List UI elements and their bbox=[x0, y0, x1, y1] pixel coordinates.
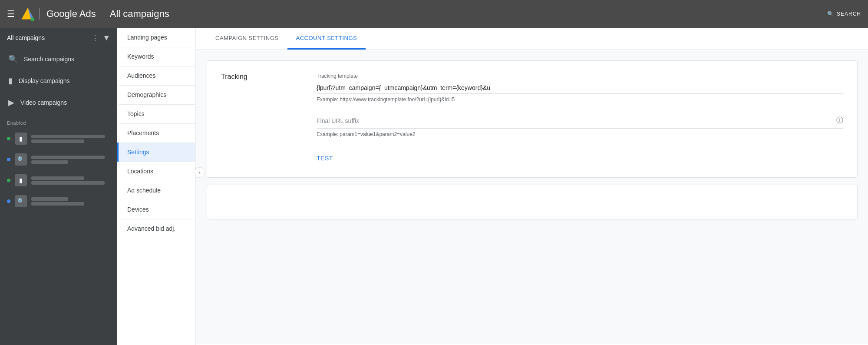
subnav-item-demographics[interactable]: Demographics bbox=[117, 85, 195, 104]
subnav-label-locations: Locations bbox=[127, 168, 153, 175]
dropdown-icon[interactable]: ▼ bbox=[102, 33, 110, 43]
campaign-text-1 bbox=[31, 135, 113, 143]
tracking-fields-col: Tracking template {lpurl}?utm_campaign={… bbox=[317, 73, 843, 165]
video-campaigns-icon: ▶ bbox=[8, 98, 14, 107]
sidebar-section-label: Enabled bbox=[0, 113, 117, 128]
status-dot-3 bbox=[7, 179, 10, 182]
sidebar-item-video-label: Video campaigns bbox=[20, 99, 67, 106]
hamburger-icon[interactable]: ☰ bbox=[7, 9, 15, 19]
tab-campaign-settings-label: CAMPAIGN SETTINGS bbox=[215, 35, 279, 41]
help-icon[interactable]: ⓘ bbox=[836, 116, 843, 125]
tab-account-settings[interactable]: ACCOUNT SETTINGS bbox=[287, 28, 366, 50]
final-url-example: Example: param1=value1&param2=value2 bbox=[317, 131, 843, 137]
logo-container: Google Ads bbox=[20, 6, 96, 22]
subnav-label-advanced-bid: Advanced bid adj. bbox=[127, 225, 175, 232]
top-header: ☰ Google Ads All campaigns 🔍 SEARCH bbox=[0, 0, 868, 28]
subnav-label-demographics: Demographics bbox=[127, 91, 166, 98]
main-content: CAMPAIGN SETTINGS ACCOUNT SETTINGS Track… bbox=[196, 28, 868, 345]
sidebar-top: All campaigns ⋮ ▼ bbox=[0, 28, 117, 48]
campaign-name-line-3 bbox=[31, 156, 105, 159]
search-button[interactable]: 🔍 SEARCH bbox=[827, 11, 861, 17]
subnav: Landing pages Keywords Audiences Demogra… bbox=[117, 28, 195, 345]
subnav-item-placements[interactable]: Placements bbox=[117, 123, 195, 143]
tracking-template-example: Example: https://www.trackingtemplate.fo… bbox=[317, 96, 843, 103]
tracking-template-value: {lpurl}?utm_campaign={_utmcampaign}&utm_… bbox=[317, 84, 490, 91]
subnav-item-advanced-bid[interactable]: Advanced bid adj. bbox=[117, 219, 195, 238]
tracking-label-col: Tracking bbox=[221, 73, 317, 165]
final-url-suffix-placeholder: Final URL suffix bbox=[317, 117, 359, 124]
search-campaigns-icon: 🔍 bbox=[8, 54, 18, 64]
more-icon[interactable]: ⋮ bbox=[91, 33, 99, 43]
subnav-label-audiences: Audiences bbox=[127, 72, 155, 79]
display-campaigns-icon: ▮ bbox=[8, 76, 13, 86]
campaign-icon-4: 🔍 bbox=[15, 195, 27, 207]
campaign-name-line-1 bbox=[31, 135, 105, 138]
campaign-name-line-6 bbox=[31, 181, 105, 185]
campaign-text-4 bbox=[31, 197, 113, 206]
subnav-item-devices[interactable]: Devices bbox=[117, 200, 195, 219]
campaign-name-line-7 bbox=[31, 197, 68, 201]
second-card bbox=[207, 185, 858, 219]
google-ads-logo bbox=[20, 6, 36, 22]
chevron-left-icon: ‹ bbox=[199, 169, 201, 176]
campaign-item-4[interactable]: 🔍 bbox=[0, 191, 117, 212]
tracking-template-value-row[interactable]: {lpurl}?utm_campaign={_utmcampaign}&utm_… bbox=[317, 82, 843, 94]
tracking-template-group: Tracking template {lpurl}?utm_campaign={… bbox=[317, 73, 843, 103]
collapse-button[interactable]: ‹ bbox=[195, 167, 205, 178]
subnav-label-placements: Placements bbox=[127, 129, 159, 136]
sidebar-item-display[interactable]: ▮ Display campaigns bbox=[0, 70, 117, 92]
subnav-label-settings: Settings bbox=[127, 149, 149, 156]
campaign-icon-2: 🔍 bbox=[15, 153, 27, 166]
campaign-name-line-2 bbox=[31, 139, 84, 143]
subnav-label-devices: Devices bbox=[127, 206, 149, 213]
status-dot-1 bbox=[7, 137, 10, 140]
tab-campaign-settings[interactable]: CAMPAIGN SETTINGS bbox=[207, 28, 287, 50]
subnav-item-ad-schedule[interactable]: Ad schedule bbox=[117, 181, 195, 200]
final-url-suffix-input-area[interactable]: Final URL suffix ⓘ bbox=[317, 113, 843, 129]
subnav-label-landing-pages: Landing pages bbox=[127, 34, 167, 41]
subnav-item-locations[interactable]: Locations bbox=[117, 162, 195, 181]
subnav-label-topics: Topics bbox=[127, 110, 145, 117]
svg-point-2 bbox=[30, 17, 34, 21]
sidebar: All campaigns ⋮ ▼ 🔍 Search campaigns ▮ D… bbox=[0, 28, 117, 345]
subnav-item-settings[interactable]: Settings bbox=[117, 143, 195, 162]
subnav-item-topics[interactable]: Topics bbox=[117, 104, 195, 123]
search-icon: 🔍 bbox=[827, 11, 834, 17]
sidebar-top-icons: ⋮ ▼ bbox=[91, 33, 110, 43]
app-title: Google Ads bbox=[39, 8, 96, 20]
campaign-name-line-5 bbox=[31, 176, 84, 180]
search-label: SEARCH bbox=[837, 11, 861, 17]
final-url-suffix-group: Final URL suffix ⓘ Example: param1=value… bbox=[317, 113, 843, 137]
all-campaigns-label: All campaigns bbox=[7, 34, 91, 41]
campaign-item-2[interactable]: 🔍 bbox=[0, 149, 117, 170]
subnav-item-keywords[interactable]: Keywords bbox=[117, 47, 195, 66]
tracking-card-inner: Tracking Tracking template {lpurl}?utm_c… bbox=[207, 61, 857, 177]
tabs-bar: CAMPAIGN SETTINGS ACCOUNT SETTINGS bbox=[196, 28, 868, 50]
tab-account-settings-label: ACCOUNT SETTINGS bbox=[296, 35, 357, 41]
test-button[interactable]: TEST bbox=[317, 151, 843, 165]
campaign-icon-3: ▮ bbox=[15, 174, 27, 186]
tracking-card: Tracking Tracking template {lpurl}?utm_c… bbox=[207, 60, 858, 178]
page-title: All campaigns bbox=[110, 8, 169, 20]
campaign-icon-1: ▮ bbox=[15, 133, 27, 145]
subnav-item-landing-pages[interactable]: Landing pages bbox=[117, 28, 195, 47]
tracking-section-label: Tracking bbox=[221, 73, 248, 80]
campaign-name-line-4 bbox=[31, 160, 68, 164]
campaign-item-3[interactable]: ▮ bbox=[0, 170, 117, 191]
content-area: Tracking Tracking template {lpurl}?utm_c… bbox=[196, 50, 868, 344]
status-dot-4 bbox=[7, 199, 10, 203]
sidebar-item-search-label: Search campaigns bbox=[24, 56, 74, 63]
sidebar-item-display-label: Display campaigns bbox=[19, 77, 70, 84]
subnav-label-ad-schedule: Ad schedule bbox=[127, 187, 161, 194]
campaign-text-3 bbox=[31, 176, 113, 185]
sidebar-item-search[interactable]: 🔍 Search campaigns bbox=[0, 48, 117, 70]
campaign-text-2 bbox=[31, 156, 113, 164]
status-dot-2 bbox=[7, 158, 10, 161]
sidebar-item-video[interactable]: ▶ Video campaigns bbox=[0, 92, 117, 113]
campaign-name-line-8 bbox=[31, 202, 84, 206]
subnav-label-keywords: Keywords bbox=[127, 53, 154, 60]
tracking-template-label: Tracking template bbox=[317, 73, 843, 79]
campaign-item-1[interactable]: ▮ bbox=[0, 128, 117, 149]
subnav-item-audiences[interactable]: Audiences bbox=[117, 66, 195, 85]
